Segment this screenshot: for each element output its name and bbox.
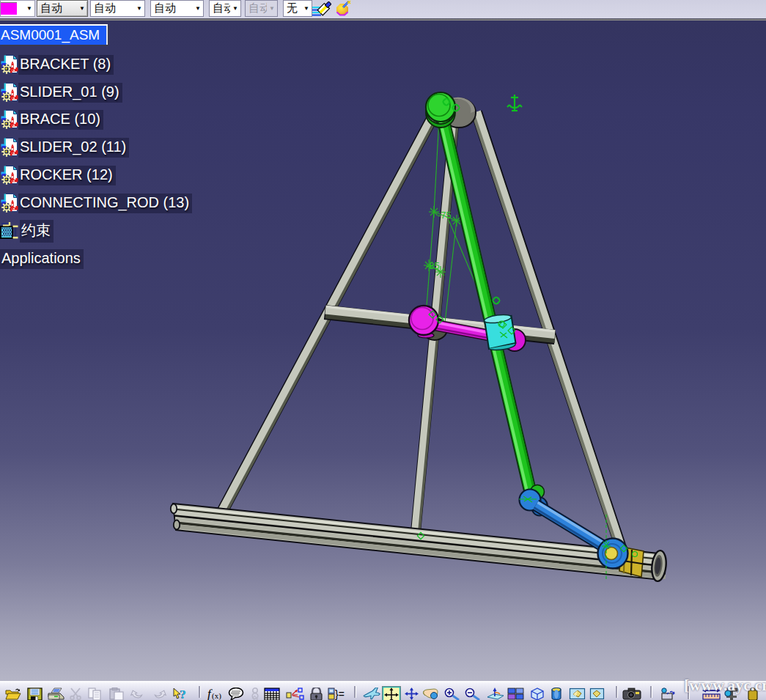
svg-text:(x): (x) <box>212 691 221 700</box>
svg-text:-85: -85 <box>426 260 440 271</box>
svg-text:-75: -75 <box>438 210 452 221</box>
svg-text:}=: }= <box>335 688 345 700</box>
svg-text:?: ? <box>180 688 187 700</box>
